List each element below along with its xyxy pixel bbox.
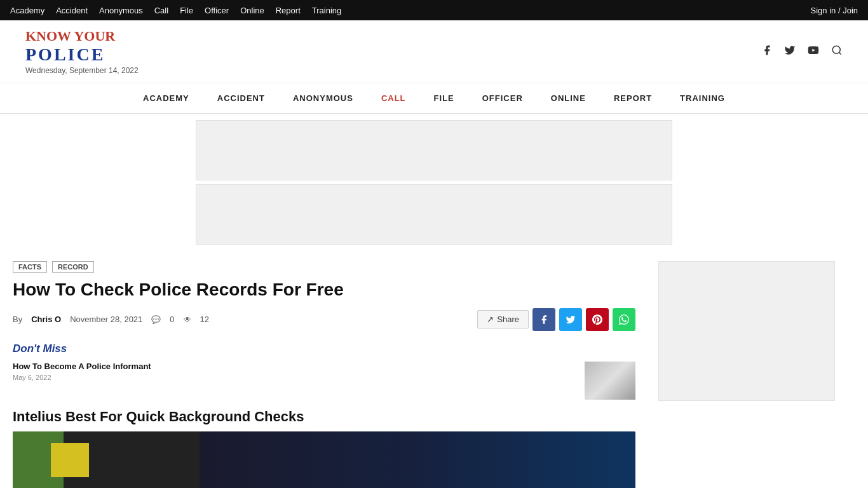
site-date: Wednesday, September 14, 2022 [25,66,139,75]
sidebar [648,255,845,488]
youtube-icon[interactable] [807,44,820,59]
ad-area [196,114,672,245]
svg-point-1 [832,46,840,53]
dont-miss-item-image [585,362,635,400]
article-date: November 28, 2021 [70,315,142,324]
header-icons [761,44,843,59]
dont-miss-item-title[interactable]: How To Become A Police Informant [13,362,578,372]
twitter-share-button[interactable] [559,308,582,331]
top-bar: Academy Accident Anonymous Call File Off… [0,0,868,20]
nav-file[interactable]: FILE [420,83,468,113]
nav-call[interactable]: CALL [367,83,420,113]
article-title: How To Check Police Records For Free [13,279,635,301]
search-icon[interactable] [831,44,843,59]
share-bar: ↗ Share [477,308,635,331]
logo-police: POLICE [25,44,105,65]
nav-training[interactable]: TRAINING [666,83,739,113]
topbar-report[interactable]: Report [276,6,301,15]
comment-count: 0 [170,315,174,324]
ad-block-1 [196,120,672,180]
comment-icon [151,315,161,324]
by-label: By [13,315,22,324]
article-body-heading: Intelius Best For Quick Background Check… [13,409,635,425]
nav-online[interactable]: ONLINE [537,83,600,113]
view-count: 12 [200,315,209,324]
nav-academy[interactable]: ACADEMY [129,83,203,113]
list-item: How To Become A Police Informant May 6, … [13,362,635,400]
sidebar-ad [658,261,835,401]
share-button[interactable]: ↗ Share [477,310,529,329]
share-label: Share [497,315,519,324]
logo-area[interactable]: KNOW YOUR POLICE Wednesday, September 14… [25,28,139,75]
pinterest-share-button[interactable] [586,308,609,331]
tag-record[interactable]: RECORD [52,261,94,273]
facebook-icon[interactable] [761,44,773,59]
nav-accident[interactable]: ACCIDENT [203,83,279,113]
topbar-training[interactable]: Training [312,6,341,15]
topbar-call[interactable]: Call [154,6,168,15]
share-icon: ↗ [487,315,494,324]
article-tags: FACTS RECORD [13,261,635,273]
topbar-file[interactable]: File [180,6,193,15]
svg-line-2 [839,52,841,54]
image-yellow-bar [51,443,89,477]
dont-miss-item-text: How To Become A Police Informant May 6, … [13,362,578,382]
site-header: KNOW YOUR POLICE Wednesday, September 14… [0,20,868,83]
top-bar-links: Academy Accident Anonymous Call File Off… [10,6,341,15]
main-content: FACTS RECORD How To Check Police Records… [0,255,648,488]
topbar-academy[interactable]: Academy [10,6,44,15]
topbar-officer[interactable]: Officer [205,6,229,15]
image-dark-right [200,431,635,488]
nav-anonymous[interactable]: ANONYMOUS [279,83,367,113]
dont-miss-title: Don't Miss [13,342,635,355]
eye-icon [184,315,191,324]
article-meta: By Chris O November 28, 2021 0 12 ↗ Shar… [13,308,635,331]
content-wrapper: FACTS RECORD How To Check Police Records… [0,248,868,488]
tag-facts[interactable]: FACTS [13,261,47,273]
nav-officer[interactable]: OFFICER [468,83,537,113]
topbar-online[interactable]: Online [240,6,264,15]
dont-miss-item-date: May 6, 2022 [13,374,578,381]
topbar-accident[interactable]: Accident [56,6,88,15]
article-image [13,431,635,488]
author-name[interactable]: Chris O [31,315,61,324]
nav-report[interactable]: REPORT [600,83,666,113]
topbar-anonymous[interactable]: Anonymous [99,6,143,15]
signin-link[interactable]: Sign in / Join [811,6,858,15]
logo-know: KNOW YOUR [25,28,115,44]
ad-block-2 [196,184,672,245]
dont-miss-section: Don't Miss How To Become A Police Inform… [13,342,635,400]
twitter-icon[interactable] [784,44,796,59]
dont-miss-img-inner [585,362,635,400]
article-body: Intelius Best For Quick Background Check… [13,409,635,488]
facebook-share-button[interactable] [532,308,555,331]
main-nav: ACADEMY ACCIDENT ANONYMOUS CALL FILE OFF… [0,83,868,114]
whatsapp-share-button[interactable] [613,308,635,331]
